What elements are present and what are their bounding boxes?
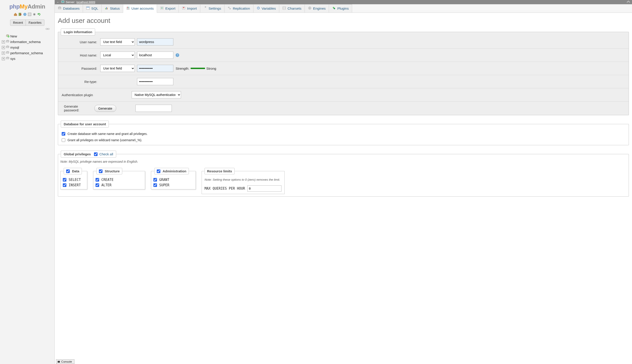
username-input[interactable] [137,38,173,46]
svg-point-34 [229,8,231,9]
structure-group-checkbox[interactable] [99,170,103,173]
hostname-label: Host name: [60,53,100,57]
svg-rect-26 [106,7,107,10]
reload-icon[interactable] [37,12,41,16]
generated-password-input[interactable] [136,105,172,112]
hostname-input[interactable] [137,52,173,59]
tree-item-label: mysql [10,46,19,49]
check-all-checkbox[interactable] [94,152,98,156]
priv-alter[interactable]: ALTER [96,182,143,188]
expand-icon[interactable]: + [2,46,5,49]
login-information-legend: Login Information [61,28,95,36]
sidebar-tabs: Recent Favorites [1,20,54,26]
generate-button[interactable]: Generate [95,105,116,112]
server-icon [61,0,64,4]
tree-sys[interactable]: + sys [2,56,53,62]
priv-grant-checkbox[interactable] [153,178,157,182]
username-mode-select[interactable]: Use text field [100,38,135,46]
tab-label: Engines [313,6,326,10]
logout-icon[interactable] [18,12,22,16]
resource-limits-box: Resource limits Note: Setting these opti… [202,168,285,194]
retype-input[interactable] [137,78,173,85]
priv-insert-label: INSERT [69,183,81,187]
grant-wildcard-checkbox[interactable] [62,138,65,142]
priv-create-checkbox[interactable] [96,178,99,182]
recent-tab[interactable]: Recent [10,20,26,26]
structure-privileges-legend[interactable]: Structure [97,168,122,174]
hostname-mode-select[interactable]: Local [100,52,135,59]
tree-performance-schema[interactable]: + performance_schema [2,50,53,56]
tree-mysql[interactable]: + mysql [2,44,53,50]
sidebar-toolbar: ? [1,11,54,18]
password-input[interactable] [137,65,173,72]
tree-information-schema[interactable]: + information_schema [2,39,53,44]
password-label: Password: [60,66,100,70]
authplugin-label: Authentication plugin [60,93,132,97]
create-same-db-row[interactable]: Create database with same name and grant… [60,131,627,137]
import-tab-icon [182,6,186,11]
expand-icon[interactable]: + [2,57,5,60]
authplugin-select[interactable]: Native MySQL authentication [132,91,181,98]
sql-tab-icon [86,6,90,11]
priv-create-label: CREATE [101,178,114,182]
priv-alter-label: ALTER [101,183,112,187]
global-privileges-title: Global privileges [64,152,91,156]
grant-wildcard-row[interactable]: Grant all privileges on wildcard name (u… [60,137,627,143]
create-same-db-checkbox[interactable] [62,132,65,136]
favorites-tab[interactable]: Favorites [26,20,45,26]
help-icon[interactable]: ? [176,53,179,57]
priv-insert-checkbox[interactable] [63,183,66,187]
priv-select[interactable]: SELECT [63,177,85,182]
server-breadcrumb[interactable]: Server: localhost:8889 [61,0,95,4]
expand-icon[interactable]: + [2,52,5,55]
tab-engines[interactable]: Engines [305,4,329,12]
users-tab-icon [126,6,130,11]
console-tab[interactable]: Console [56,359,75,364]
tab-sql[interactable]: SQL [83,4,102,12]
priv-grant-label: GRANT [159,178,169,182]
tab-settings[interactable]: Settings [200,4,225,12]
expand-icon[interactable]: + [2,40,5,44]
tab-variables[interactable]: Variables [253,4,279,12]
password-mode-select[interactable]: Use text field [100,65,135,72]
tab-export[interactable]: Export [157,4,179,12]
data-privileges-legend[interactable]: Data [64,168,82,174]
priv-select-checkbox[interactable] [63,178,66,182]
expand-icon[interactable] [626,0,630,4]
tab-user-accounts[interactable]: User accounts [123,4,157,13]
tree-new[interactable]: + New [2,34,53,39]
home-icon[interactable] [14,12,18,16]
priv-insert[interactable]: INSERT [63,182,85,188]
sidebar: phpMyAdmin ? Recent Favorites + New + [0,0,55,364]
data-privileges-box: Data SELECT INSERT [60,168,87,190]
console-label: Console [61,360,72,363]
page-title: Add user account [58,17,629,24]
priv-alter-checkbox[interactable] [96,183,99,187]
db-icon [6,51,10,55]
collapse-icon[interactable] [1,26,54,32]
tab-status[interactable]: Status [102,4,123,12]
logo[interactable]: phpMyAdmin [1,2,54,11]
settings-icon[interactable] [32,12,36,16]
svg-rect-36 [283,7,286,10]
max-queries-input[interactable] [247,185,281,192]
check-all-label[interactable]: Check all [94,152,113,156]
tab-import[interactable]: Import [179,4,200,12]
tab-databases[interactable]: Databases [55,4,83,12]
tab-replication[interactable]: Replication [225,4,253,12]
admin-group-checkbox[interactable] [157,170,160,173]
priv-grant[interactable]: GRANT [153,177,193,182]
create-same-db-label: Create database with same name and grant… [68,132,148,136]
tab-label: Export [165,6,175,10]
priv-super-checkbox[interactable] [153,183,157,187]
data-group-checkbox[interactable] [66,170,70,173]
svg-text:?: ? [24,14,26,16]
administration-privileges-legend[interactable]: Administration [154,168,189,174]
docs-icon[interactable]: ? [23,12,27,16]
tab-charsets[interactable]: Charsets [279,4,305,12]
priv-create[interactable]: CREATE [96,177,143,182]
query-icon[interactable] [28,12,32,16]
back-icon[interactable]: ← [57,0,60,4]
tab-plugins[interactable]: Plugins [329,4,352,12]
priv-super[interactable]: SUPER [153,182,193,188]
